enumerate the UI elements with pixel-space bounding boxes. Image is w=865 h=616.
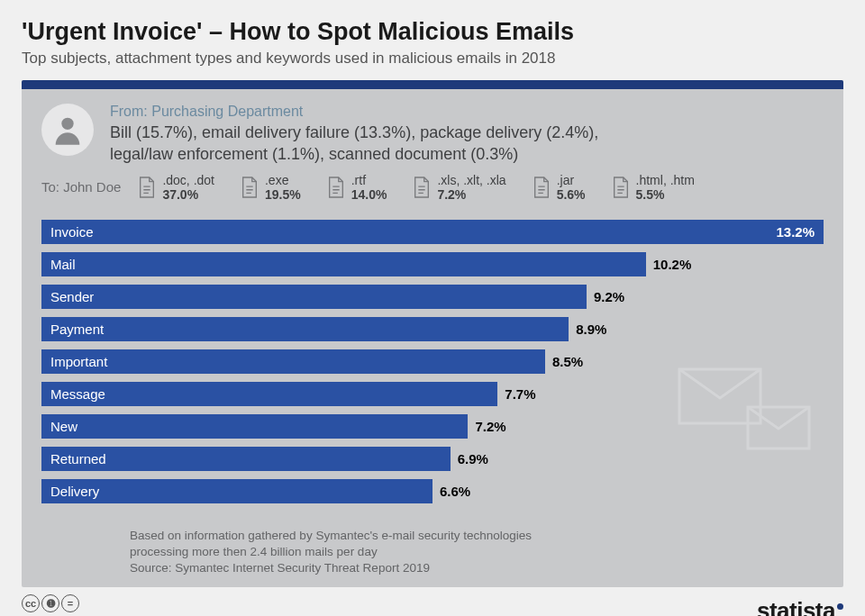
- source-line: Source: Symantec Internet Security Threa…: [130, 561, 430, 575]
- attachment-ext: .exe: [265, 173, 301, 187]
- attachment-ext: .html, .htm: [636, 173, 695, 187]
- note-line: Based on information gathered by Symante…: [130, 529, 532, 542]
- bar-category: Mail: [50, 257, 76, 272]
- bar-value: 13.2%: [776, 220, 815, 244]
- bar-category: Important: [50, 354, 107, 369]
- bar-category: Payment: [50, 322, 104, 337]
- bar-fill: Message: [41, 382, 497, 406]
- bar-fill: Invoice: [41, 220, 824, 244]
- note-line: processing more then 2.4 billion mails p…: [130, 545, 378, 558]
- subjects-list: Bill (15.7%), email delivery failure (13…: [110, 122, 824, 166]
- attachment-pct: 14.0%: [351, 187, 387, 202]
- email-header: From: Purchasing Department Bill (15.7%)…: [22, 89, 843, 171]
- to-label: To: John Doe: [41, 179, 121, 195]
- bar-fill: Sender: [41, 285, 587, 309]
- attachment-text: .exe19.5%: [265, 173, 301, 202]
- bar-category: Delivery: [50, 484, 99, 499]
- attachment-pct: 5.5%: [636, 187, 695, 202]
- attachment-text: .html, .htm5.5%: [636, 173, 695, 202]
- subjects-line: Bill (15.7%), email delivery failure (13…: [110, 123, 598, 141]
- bar-value: 8.9%: [576, 317, 606, 341]
- bar-value: 9.2%: [594, 285, 624, 309]
- to-row: To: John Doe .doc, .dot37.0%.exe19.5%.rt…: [22, 171, 843, 214]
- logo-dot: [837, 603, 843, 610]
- bar-row: Sender9.2%: [41, 285, 824, 309]
- bar-row: Payment8.9%: [41, 317, 824, 341]
- bar-row: Delivery6.6%: [41, 479, 824, 503]
- attachment-ext: .doc, .dot: [162, 173, 214, 187]
- bar-category: Message: [50, 386, 105, 402]
- attachment-item: .exe19.5%: [240, 173, 301, 202]
- chart-title: 'Urgent Invoice' – How to Spot Malicious…: [22, 18, 843, 46]
- logo-text: statista: [757, 597, 835, 616]
- attachment-ext: .xls, .xlt, .xla: [437, 173, 505, 187]
- bar-fill: New: [41, 414, 468, 439]
- attachment-pct: 5.6%: [557, 187, 586, 202]
- attachment-pct: 37.0%: [162, 187, 214, 202]
- bottom-row: cc ➊ = @StatistaCharts statista: [22, 594, 843, 616]
- cc-icon: cc: [22, 594, 40, 612]
- bar-fill: Payment: [41, 317, 569, 341]
- attachment-item: .jar5.6%: [532, 173, 586, 202]
- footer-note: Based on information gathered by Symante…: [22, 528, 843, 588]
- bar-fill: Important: [41, 349, 545, 374]
- nd-icon: =: [61, 594, 79, 612]
- bar-fill: Mail: [41, 252, 646, 276]
- envelope-decoration: [678, 367, 813, 461]
- attachment-item: .html, .htm5.5%: [611, 173, 695, 202]
- attachment-ext: .jar: [557, 173, 586, 187]
- card-topbar: [22, 80, 843, 89]
- cc-icons: cc ➊ =: [22, 594, 79, 612]
- avatar: [41, 104, 94, 156]
- attachments-list: .doc, .dot37.0%.exe19.5%.rtf14.0%.xls, .…: [137, 173, 824, 202]
- attachment-pct: 7.2%: [437, 187, 505, 202]
- by-icon: ➊: [41, 594, 59, 612]
- bar-chart: Invoice13.2%Mail10.2%Sender9.2%Payment8.…: [22, 214, 843, 528]
- person-icon: [50, 112, 86, 148]
- bar-fill: Returned: [41, 447, 451, 471]
- attachment-item: .rtf14.0%: [326, 173, 387, 202]
- bar-value: 6.9%: [458, 447, 488, 471]
- attachment-text: .doc, .dot37.0%: [162, 173, 214, 202]
- attachment-item: .xls, .xlt, .xla7.2%: [412, 173, 505, 202]
- bar-row: Invoice13.2%: [41, 220, 824, 244]
- statista-logo: statista: [757, 597, 843, 616]
- attachment-text: .jar5.6%: [557, 173, 586, 202]
- bar-value: 6.6%: [440, 479, 470, 503]
- attachment-item: .doc, .dot37.0%: [137, 173, 214, 202]
- cc-block: cc ➊ = @StatistaCharts: [22, 594, 94, 616]
- attachment-pct: 19.5%: [265, 187, 301, 202]
- bar-category: Returned: [50, 451, 106, 467]
- attachment-ext: .rtf: [351, 173, 387, 187]
- attachment-text: .xls, .xlt, .xla7.2%: [437, 173, 505, 202]
- chart-subtitle: Top subjects, attachment types and keywo…: [22, 50, 843, 68]
- bar-value: 8.5%: [552, 349, 583, 374]
- svg-point-0: [61, 118, 73, 130]
- subjects-line: legal/law enforcement (1.1%), scanned do…: [110, 145, 518, 163]
- bar-row: Mail10.2%: [41, 252, 824, 276]
- from-label: From: Purchasing Department: [110, 104, 824, 120]
- chart-card: From: Purchasing Department Bill (15.7%)…: [22, 80, 843, 587]
- bar-value: 7.7%: [505, 382, 535, 406]
- attachment-text: .rtf14.0%: [351, 173, 387, 202]
- bar-value: 7.2%: [475, 414, 505, 439]
- bar-category: Sender: [50, 289, 94, 304]
- bar-value: 10.2%: [653, 252, 692, 276]
- bar-category: Invoice: [50, 224, 94, 240]
- bar-category: New: [50, 419, 77, 434]
- from-block: From: Purchasing Department Bill (15.7%)…: [110, 104, 824, 166]
- bar-fill: Delivery: [41, 479, 432, 503]
